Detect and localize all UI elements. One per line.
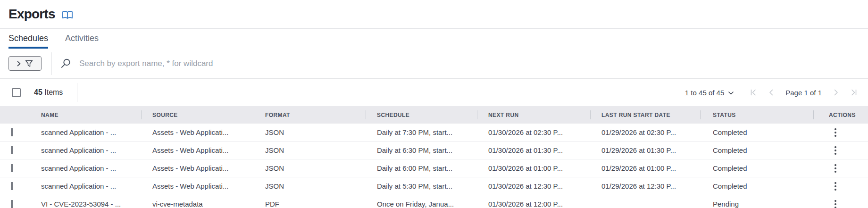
cell-next-run: 01/30/2026 at 01:00 P... <box>477 164 590 172</box>
cell-source: Assets - Web Applicati... <box>141 146 254 154</box>
page-size-dropdown[interactable]: 1 to 45 of 45 <box>685 89 734 97</box>
cell-last-run-start-date: 01/29/2026 at 01:30 P... <box>590 146 700 154</box>
tabs-bar: Schedules Activities <box>0 29 868 49</box>
cell-last-run-start-date: 01/29/2026 at 01:00 P... <box>590 164 700 172</box>
cell-next-run: 01/30/2026 at 12:00 P... <box>477 200 590 208</box>
cell-name: scanned Application - ... <box>30 164 141 172</box>
cell-schedule: Daily at 7:30 PM, start... <box>366 128 477 136</box>
chevron-down-icon <box>728 92 734 95</box>
cell-format: JSON <box>254 164 366 172</box>
prev-page-icon[interactable] <box>769 89 773 96</box>
pager: Page 1 of 1 <box>750 89 858 97</box>
column-header-next-run[interactable]: NEXT RUN <box>477 106 590 124</box>
kebab-menu-icon[interactable] <box>833 144 868 157</box>
next-page-icon[interactable] <box>834 89 838 96</box>
tab-schedules-label: Schedules <box>8 33 48 43</box>
select-all-checkbox[interactable] <box>12 88 21 97</box>
tab-activities[interactable]: Activities <box>65 29 99 49</box>
cell-source: Assets - Web Applicati... <box>141 128 254 136</box>
column-header-actions: ACTIONS <box>813 106 868 124</box>
cell-source: vi-cve-metadata <box>141 200 254 208</box>
row-checkbox[interactable] <box>11 200 13 208</box>
cell-next-run: 01/30/2026 at 02:30 P... <box>477 128 590 136</box>
cell-format: JSON <box>254 146 366 154</box>
status-text: Pending <box>700 200 813 208</box>
table-row: scanned Application - ... Assets - Web A… <box>0 141 868 159</box>
page-title: Exports <box>8 7 55 22</box>
table-row: scanned Application - ... Assets - Web A… <box>0 124 868 141</box>
column-header-source[interactable]: SOURCE <box>141 106 254 124</box>
cell-format: PDF <box>254 200 366 208</box>
table-header: NAME SOURCE FORMAT SCHEDULE NEXT RUN LAS… <box>0 106 868 124</box>
divider <box>77 83 77 102</box>
cell-format: JSON <box>254 182 366 190</box>
cell-last-run-start-date: 01/29/2026 at 12:30 P... <box>590 182 700 190</box>
column-header-name[interactable]: NAME <box>30 106 141 124</box>
cell-source: Assets - Web Applicati... <box>141 182 254 190</box>
column-header-schedule[interactable]: SCHEDULE <box>366 106 477 124</box>
search-input[interactable] <box>78 58 868 69</box>
page-indicator: Page 1 of 1 <box>785 89 822 97</box>
cell-name: VI - CVE-2023-53094 - ... <box>30 200 141 208</box>
cell-name: scanned Application - ... <box>30 182 141 190</box>
cell-schedule: Once on Friday, Janua... <box>366 200 477 208</box>
status-text: Completed <box>700 128 813 136</box>
column-header-last-run-start-date[interactable]: LAST RUN START DATE <box>590 106 700 124</box>
row-checkbox[interactable] <box>11 146 13 154</box>
table-row: VI - CVE-2023-53094 - ... vi-cve-metadat… <box>0 195 868 208</box>
status-text: Completed <box>700 146 813 154</box>
items-count: 45 <box>34 88 42 96</box>
row-checkbox[interactable] <box>11 128 13 136</box>
header-check-spacer <box>0 106 30 124</box>
cell-next-run: 01/30/2026 at 01:30 P... <box>477 146 590 154</box>
kebab-menu-icon[interactable] <box>833 198 868 208</box>
column-header-format[interactable]: FORMAT <box>254 106 366 124</box>
items-count-label: 45 Items <box>34 88 63 97</box>
status-text: Completed <box>700 164 813 172</box>
chevron-right-icon <box>17 61 21 67</box>
exports-page: Exports Schedules Activities <box>0 0 868 208</box>
first-page-icon[interactable] <box>750 89 757 96</box>
row-checkbox[interactable] <box>11 164 13 172</box>
tab-activities-label: Activities <box>65 33 99 43</box>
kebab-menu-icon[interactable] <box>833 180 868 192</box>
cell-name: scanned Application - ... <box>30 146 141 154</box>
cell-source: Assets - Web Applicati... <box>141 164 254 172</box>
table-row: scanned Application - ... Assets - Web A… <box>0 159 868 177</box>
items-word: Items <box>44 88 63 96</box>
list-controls: 45 Items 1 to 45 of 45 Page 1 of 1 <box>0 79 868 106</box>
status-text: Completed <box>700 182 813 190</box>
cell-schedule: Daily at 5:30 PM, start... <box>366 182 477 190</box>
table-body: scanned Application - ... Assets - Web A… <box>0 124 868 208</box>
last-page-icon[interactable] <box>851 89 858 96</box>
table-row: scanned Application - ... Assets - Web A… <box>0 177 868 195</box>
kebab-menu-icon[interactable] <box>833 162 868 175</box>
kebab-menu-icon[interactable] <box>833 126 868 139</box>
tab-schedules[interactable]: Schedules <box>8 29 48 49</box>
row-checkbox[interactable] <box>11 182 13 190</box>
cell-schedule: Daily at 6:00 PM, start... <box>366 164 477 172</box>
cell-schedule: Daily at 6:30 PM, start... <box>366 146 477 154</box>
filter-button[interactable] <box>8 56 42 71</box>
cell-format: JSON <box>254 128 366 136</box>
search-icon <box>61 58 71 68</box>
cell-last-run-start-date: 01/29/2026 at 02:30 P... <box>590 128 700 136</box>
title-bar: Exports <box>0 0 868 29</box>
search-bar <box>0 49 868 79</box>
open-book-icon[interactable] <box>62 10 73 20</box>
cell-next-run: 01/30/2026 at 12:30 P... <box>477 182 590 190</box>
page-size-label: 1 to 45 of 45 <box>685 89 724 97</box>
cell-name: scanned Application - ... <box>30 128 141 136</box>
divider <box>51 52 52 75</box>
funnel-icon <box>25 60 33 67</box>
column-header-status[interactable]: STATUS <box>700 106 813 124</box>
